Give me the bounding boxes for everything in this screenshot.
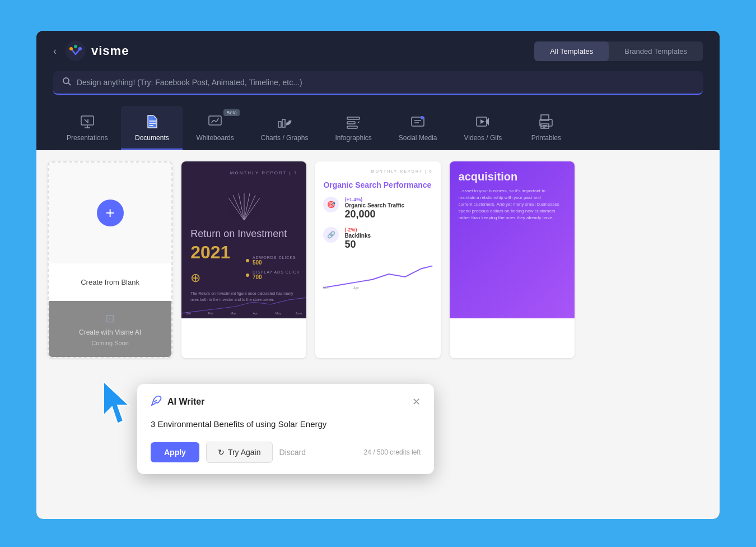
svg-point-15 bbox=[283, 117, 290, 124]
svg-marker-26 bbox=[480, 119, 484, 124]
credits-info: 24 / 500 credits left bbox=[364, 448, 421, 456]
popup-title: AI Writer bbox=[167, 397, 204, 407]
social-media-icon bbox=[410, 113, 426, 131]
stat-label-1: ADWORDS CLICKS bbox=[253, 256, 296, 259]
roi-title: Return on Investment bbox=[190, 228, 297, 240]
roi-header: MONTHLY REPORT | 7 bbox=[190, 170, 297, 175]
feather-icon bbox=[151, 395, 162, 409]
tab-whiteboards[interactable]: Beta Whiteboards bbox=[183, 106, 247, 150]
credits-used: 24 bbox=[364, 448, 371, 456]
tab-videos[interactable]: Videos / Gifs bbox=[451, 106, 516, 150]
all-templates-toggle[interactable]: All Templates bbox=[534, 41, 609, 61]
svg-text:May: May bbox=[276, 312, 282, 315]
organic-traffic-text: (+1.4%) Organic Search Traffic 20,000 bbox=[344, 197, 432, 220]
header: ‹ visme All Templates Branded Templates bbox=[36, 31, 720, 150]
acquisition-card[interactable]: acquisition ...asset to your business, s… bbox=[450, 161, 575, 358]
tab-social-media[interactable]: Social Media bbox=[385, 106, 451, 150]
acquisition-body: ...asset to your business, so it's impor… bbox=[459, 188, 566, 221]
roi-preview: MONTHLY REPORT | 7 bbox=[181, 161, 306, 318]
backlinks-icon: 🔗 bbox=[323, 227, 339, 243]
svg-line-21 bbox=[358, 122, 360, 123]
popup-close-button[interactable]: ✕ bbox=[412, 397, 421, 407]
svg-point-0 bbox=[66, 41, 86, 61]
create-from-blank-card[interactable]: + Create from Blank ⊡ Create with Visme … bbox=[48, 161, 172, 358]
search-placeholder: Design anything! (Try: Facebook Post, An… bbox=[77, 78, 302, 87]
social-media-label: Social Media bbox=[399, 134, 437, 142]
whiteboards-icon bbox=[207, 113, 223, 131]
popup-actions: Apply ↻ Try Again Discard 24 / 500 credi… bbox=[151, 442, 421, 463]
tab-printables[interactable]: Printables bbox=[515, 106, 577, 150]
svg-line-9 bbox=[85, 119, 88, 123]
beta-badge: Beta bbox=[223, 109, 240, 116]
template-toggle: All Templates Branded Templates bbox=[534, 41, 703, 61]
sun-decoration bbox=[222, 192, 267, 220]
stat-row-1: ADWORDS CLICKS 500 bbox=[246, 256, 300, 266]
metric-backlinks: 🔗 (-2%) Backlinks 50 bbox=[323, 227, 432, 251]
tab-infographics[interactable]: Infographics bbox=[321, 106, 385, 150]
create-blank-icon-area: + bbox=[49, 163, 171, 263]
roi-template-card[interactable]: MONTHLY REPORT | 7 bbox=[181, 161, 306, 358]
svg-text:Mar: Mar bbox=[231, 312, 236, 315]
whiteboards-label: Whiteboards bbox=[196, 134, 234, 142]
coming-soon-badge: Coming Soon bbox=[91, 340, 129, 346]
organic-search-card[interactable]: MONTHLY REPORT | 6 Organic Search Perfor… bbox=[315, 161, 440, 358]
roi-chart: Jan Feb Mar Apr May June bbox=[181, 290, 306, 318]
search-bar[interactable]: Design anything! (Try: Facebook Post, An… bbox=[53, 71, 703, 95]
svg-rect-17 bbox=[282, 119, 285, 127]
svg-line-36 bbox=[244, 195, 255, 220]
videos-icon bbox=[475, 113, 491, 131]
printables-icon bbox=[538, 113, 554, 131]
backlinks-change: (-2%) bbox=[344, 227, 432, 233]
svg-rect-18 bbox=[347, 117, 360, 119]
tab-documents[interactable]: Documents bbox=[121, 106, 183, 150]
svg-point-1 bbox=[69, 47, 73, 50]
organic-change: (+1.4%) bbox=[344, 197, 432, 202]
documents-icon bbox=[144, 113, 160, 131]
svg-rect-20 bbox=[347, 126, 357, 128]
nav-tabs: Presentations Documents Beta bbox=[53, 106, 703, 150]
discard-button[interactable]: Discard bbox=[279, 448, 306, 457]
svg-point-23 bbox=[421, 116, 424, 119]
stat-value-1: 500 bbox=[253, 259, 296, 266]
organic-preview: MONTHLY REPORT | 6 Organic Search Perfor… bbox=[315, 161, 440, 318]
backlinks-text: (-2%) Backlinks 50 bbox=[344, 227, 432, 251]
infographics-icon bbox=[346, 113, 361, 131]
organic-name: Organic Search Traffic bbox=[344, 202, 432, 208]
credits-total: 500 bbox=[377, 448, 388, 456]
charts-icon bbox=[277, 113, 292, 131]
svg-text:Feb: Feb bbox=[208, 312, 214, 315]
svg-line-32 bbox=[233, 195, 244, 220]
tab-charts[interactable]: Charts / Graphs bbox=[248, 106, 322, 150]
svg-text:Jan: Jan bbox=[186, 312, 191, 315]
credits-separator: / bbox=[373, 448, 377, 456]
popup-header: AI Writer ✕ bbox=[151, 395, 421, 409]
branded-templates-toggle[interactable]: Branded Templates bbox=[609, 41, 703, 61]
organic-header: MONTHLY REPORT | 6 bbox=[323, 169, 432, 173]
create-blank-label: Create from Blank bbox=[74, 271, 146, 293]
acquisition-text: acquisition bbox=[459, 170, 566, 183]
back-button[interactable]: ‹ bbox=[53, 45, 57, 57]
presentations-icon bbox=[80, 113, 95, 131]
credits-label-text: credits left bbox=[390, 448, 421, 456]
plus-icon: + bbox=[97, 200, 124, 226]
svg-point-3 bbox=[74, 45, 77, 48]
refresh-icon: ↻ bbox=[218, 448, 225, 457]
stat-dot-1 bbox=[246, 259, 249, 262]
svg-marker-25 bbox=[486, 118, 489, 126]
visme-logo-icon bbox=[66, 41, 86, 61]
ai-writer-popup: AI Writer ✕ 3 Environmental Benefits of … bbox=[137, 384, 434, 475]
svg-rect-19 bbox=[347, 122, 355, 124]
ai-icon: ⊡ bbox=[105, 312, 115, 325]
charts-label: Charts / Graphs bbox=[261, 134, 309, 142]
roi-stats: ADWORDS CLICKS 500 DISPLAY ADS CLICK 700 bbox=[246, 256, 300, 285]
content-area: + Create from Blank ⊡ Create with Visme … bbox=[36, 150, 720, 519]
tab-presentations[interactable]: Presentations bbox=[53, 106, 121, 150]
logo-text: visme bbox=[91, 44, 129, 58]
popup-generated-text: 3 Environmental Benefits of using Solar … bbox=[151, 418, 421, 431]
try-again-label: Try Again bbox=[228, 448, 261, 457]
svg-line-5 bbox=[68, 83, 71, 85]
apply-button[interactable]: Apply bbox=[151, 442, 199, 462]
logo-area: ‹ visme bbox=[53, 41, 129, 61]
try-again-button[interactable]: ↻ Try Again bbox=[206, 442, 273, 463]
presentations-label: Presentations bbox=[67, 134, 108, 142]
